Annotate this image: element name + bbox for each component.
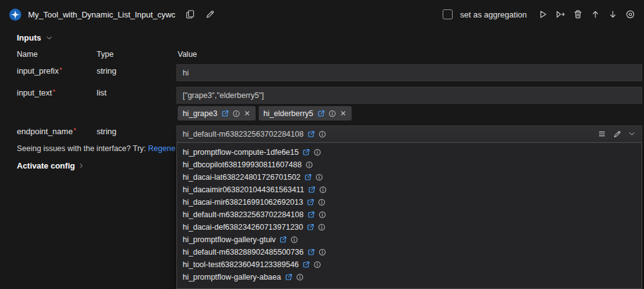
input-text-chips: hi_grape3 hi_elderberry5 xyxy=(178,106,352,120)
external-link-icon[interactable] xyxy=(317,110,325,117)
dropdown-option-label: hi_dacai-lat638224801726701502 xyxy=(183,173,300,182)
close-icon[interactable] xyxy=(244,110,251,117)
endpoint-dropdown: hi_promptflow-compute-1dfe6e15 hi_dbcopi… xyxy=(176,142,642,289)
dropdown-option-label: hi_promptflow-gallery-abaea xyxy=(183,273,281,282)
dropdown-option[interactable]: hi_promptflow-gallery-abaea xyxy=(177,271,642,283)
dropdown-option-label: hi_promptflow-compute-1dfe6e15 xyxy=(183,148,299,157)
dropdown-option-label: hi_tool-test638236049123389546 xyxy=(183,260,299,269)
info-icon xyxy=(319,130,326,138)
move-down-icon[interactable] xyxy=(608,9,618,19)
dropdown-option[interactable]: hi_dacai-mir638216991062692013 xyxy=(177,196,642,208)
interface-issue-note: Seeing issues with the interface? Try: R… xyxy=(17,144,175,153)
dropdown-option-label: hi_default-m638232563702284108 xyxy=(183,210,304,219)
list-view-icon[interactable] xyxy=(597,129,607,139)
dropdown-option[interactable]: hi_dacai-lat638224801726701502 xyxy=(177,171,642,184)
required-asterisk: * xyxy=(52,88,55,96)
required-asterisk: * xyxy=(74,127,76,134)
dropdown-option[interactable]: hi_dbcopilot638199930811607488 xyxy=(177,159,642,171)
dropdown-option[interactable]: hi_default-m638232563702284108 xyxy=(177,208,642,221)
dropdown-option-label: hi_dacai-mir638216991062692013 xyxy=(183,198,303,207)
endpoint-name-value: hi_default-m638232563702284108 xyxy=(183,130,304,139)
inputs-section-toggle[interactable]: Inputs xyxy=(17,33,53,42)
external-link-icon[interactable] xyxy=(307,130,315,138)
info-icon xyxy=(318,223,325,231)
info-icon xyxy=(305,161,313,169)
info-icon xyxy=(319,186,327,193)
dropdown-option-label: hi_dbcopilot638199930811607488 xyxy=(183,160,302,169)
info-icon xyxy=(318,198,325,206)
aggregation-checkbox[interactable] xyxy=(443,9,453,19)
external-link-icon[interactable] xyxy=(279,236,287,243)
endpoint-name-value-field[interactable]: hi_default-m638232563702284108 xyxy=(176,125,642,142)
dropdown-option[interactable]: hi_promptflow-gallery-gtuiv xyxy=(177,233,642,246)
node-title: My_Tool_with_Dynamic_List_Input_cywc xyxy=(28,10,175,19)
input-text-value-field[interactable] xyxy=(176,87,642,104)
target-icon[interactable] xyxy=(625,9,635,19)
header-actions: set as aggregation xyxy=(443,9,635,19)
edit-icon[interactable] xyxy=(205,9,215,19)
info-icon xyxy=(319,248,326,256)
external-link-icon[interactable] xyxy=(304,174,312,181)
info-icon xyxy=(291,236,298,243)
tool-icon xyxy=(9,8,22,21)
copy-icon[interactable] xyxy=(185,9,195,19)
info-icon xyxy=(329,110,336,117)
external-link-icon[interactable] xyxy=(307,198,314,206)
chip[interactable]: hi_grape3 xyxy=(178,106,256,120)
header: My_Tool_with_Dynamic_List_Input_cywc set… xyxy=(0,0,644,29)
chevron-down-icon xyxy=(46,34,53,42)
run-from-here-icon[interactable] xyxy=(555,9,565,19)
dropdown-option[interactable]: hi_dacaimir0638201044361563411 xyxy=(177,184,642,196)
tool-editor-panel: My_Tool_with_Dynamic_List_Input_cywc set… xyxy=(0,0,644,289)
external-link-icon[interactable] xyxy=(307,223,314,231)
inputs-section-title: Inputs xyxy=(17,33,41,42)
dropdown-option-label: hi_dacaimir0638201044361563411 xyxy=(183,185,304,194)
info-icon xyxy=(314,261,321,268)
external-link-icon[interactable] xyxy=(302,149,310,156)
input-row-type: string xyxy=(97,127,117,136)
move-up-icon[interactable] xyxy=(590,9,600,19)
chip-label: hi_elderberry5 xyxy=(264,109,314,118)
external-link-icon[interactable] xyxy=(308,186,315,193)
info-icon xyxy=(314,149,321,156)
info-icon xyxy=(296,273,304,281)
dropdown-chevron-icon[interactable] xyxy=(628,130,636,138)
external-link-icon[interactable] xyxy=(285,273,292,281)
external-link-icon[interactable] xyxy=(221,110,229,117)
info-icon xyxy=(315,174,323,181)
external-link-icon[interactable] xyxy=(302,261,310,268)
regenerate-link[interactable]: Regene xyxy=(148,144,176,153)
column-header-type: Type xyxy=(97,50,113,59)
column-header-value: Value xyxy=(178,50,197,59)
info-icon xyxy=(319,211,326,218)
input-row-name: input_text* xyxy=(17,88,55,97)
delete-icon[interactable] xyxy=(573,9,583,19)
dropdown-option-label: hi_promptflow-gallery-gtuiv xyxy=(183,235,276,244)
chip[interactable]: hi_elderberry5 xyxy=(259,106,352,120)
input-row-name: input_prefix* xyxy=(17,66,62,76)
required-asterisk: * xyxy=(59,66,62,74)
input-prefix-value-field[interactable] xyxy=(176,64,642,81)
dropdown-option[interactable]: hi_dacai-def638234260713971230 xyxy=(177,221,642,233)
dropdown-option[interactable]: hi_tool-test638236049123389546 xyxy=(177,258,642,271)
input-row-type: string xyxy=(97,66,117,76)
close-icon[interactable] xyxy=(340,110,347,117)
dropdown-option-label: hi_default-m638288902485500736 xyxy=(183,248,304,257)
activate-config-toggle[interactable]: Activate config xyxy=(17,161,85,170)
chip-label: hi_grape3 xyxy=(183,109,218,118)
external-link-icon[interactable] xyxy=(307,248,315,256)
aggregation-label: set as aggregation xyxy=(460,10,527,19)
edit-value-icon[interactable] xyxy=(613,130,622,139)
dropdown-option-label: hi_dacai-def638234260713971230 xyxy=(183,223,303,232)
play-icon[interactable] xyxy=(538,9,548,19)
column-header-name: Name xyxy=(17,50,37,59)
input-row-type: list xyxy=(97,88,107,97)
info-icon xyxy=(233,110,240,117)
chevron-right-icon xyxy=(78,162,85,169)
external-link-icon[interactable] xyxy=(307,211,315,218)
dropdown-option[interactable]: hi_default-m638288902485500736 xyxy=(177,246,642,258)
dropdown-option[interactable]: hi_promptflow-compute-1dfe6e15 xyxy=(177,146,642,159)
input-row-name: endpoint_name* xyxy=(17,127,76,136)
